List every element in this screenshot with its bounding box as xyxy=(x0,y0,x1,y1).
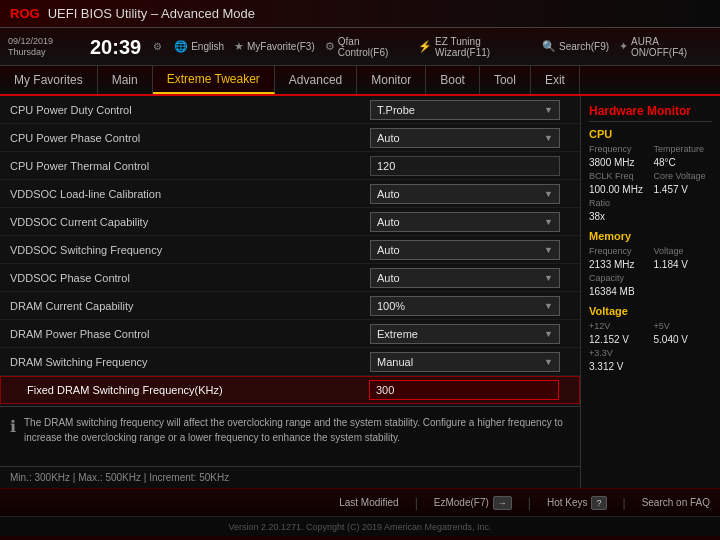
cpu-corevolt-label: Core Voltage xyxy=(654,171,713,181)
topbar: 09/12/2019 Thursday 20:39 ⚙ 🌐 English ★ … xyxy=(0,28,720,66)
dropdown-cpu-duty[interactable]: T.Probe ▼ xyxy=(370,100,560,120)
qfan-button[interactable]: ⚙ Qfan Control(F6) xyxy=(325,36,408,58)
cpu-ratio-value: 38x xyxy=(589,211,648,222)
qfan-label: Qfan Control(F6) xyxy=(338,36,408,58)
input-fixed-dram-freq[interactable]: 300 xyxy=(369,380,559,400)
chevron-down-icon: ▼ xyxy=(544,245,553,255)
setting-vddsoc-phase: VDDSOC Phase Control Auto ▼ xyxy=(0,264,580,292)
input-cpu-thermal[interactable]: 120 xyxy=(370,156,560,176)
chevron-down-icon: ▼ xyxy=(544,273,553,283)
chevron-down-icon: ▼ xyxy=(544,217,553,227)
navbar: My Favorites Main Extreme Tweaker Advanc… xyxy=(0,66,720,96)
memory-grid: Frequency Voltage 2133 MHz 1.184 V Capac… xyxy=(589,246,712,297)
chevron-down-icon: ▼ xyxy=(544,301,553,311)
ezmode-label: EzMode(F7) xyxy=(434,497,489,508)
setting-value-dram-current: 100% ▼ xyxy=(370,296,570,316)
nav-exit[interactable]: Exit xyxy=(531,66,580,94)
setting-label-fixed-dram-freq: Fixed DRAM Switching Frequency(KHz) xyxy=(11,384,369,396)
titlebar-title: UEFI BIOS Utility – Advanced Mode xyxy=(48,6,255,21)
nav-advanced[interactable]: Advanced xyxy=(275,66,357,94)
dropdown-vddsoc-current[interactable]: Auto ▼ xyxy=(370,212,560,232)
dropdown-vddsoc-llc[interactable]: Auto ▼ xyxy=(370,184,560,204)
language-label: English xyxy=(191,41,224,52)
ezmode-button[interactable]: EzMode(F7) → xyxy=(434,496,512,510)
datetime: 09/12/2019 Thursday xyxy=(8,36,78,58)
setting-label-cpu-phase: CPU Power Phase Control xyxy=(10,132,370,144)
dropdown-dram-switching[interactable]: Manual ▼ xyxy=(370,352,560,372)
nav-main[interactable]: Main xyxy=(98,66,153,94)
day-display: Thursday xyxy=(8,47,78,58)
info-text: The DRAM switching frequency will affect… xyxy=(24,415,570,458)
setting-label-vddsoc-phase: VDDSOC Phase Control xyxy=(10,272,370,284)
dropdown-dram-phase-value: Extreme xyxy=(377,328,418,340)
mem-cap-label: Capacity xyxy=(589,273,648,283)
cpu-bclk-value: 100.00 MHz xyxy=(589,184,648,195)
dropdown-dram-current[interactable]: 100% ▼ xyxy=(370,296,560,316)
dropdown-dram-phase[interactable]: Extreme ▼ xyxy=(370,324,560,344)
memory-section: Memory Frequency Voltage 2133 MHz 1.184 … xyxy=(589,230,712,297)
aura-button[interactable]: ✦ AURA ON/OFF(F4) xyxy=(619,36,712,58)
nav-boot[interactable]: Boot xyxy=(426,66,480,94)
memory-section-title: Memory xyxy=(589,230,712,242)
last-modified-button[interactable]: Last Modified xyxy=(339,497,398,508)
mem-volt-label: Voltage xyxy=(654,246,713,256)
setting-value-cpu-phase: Auto ▼ xyxy=(370,128,570,148)
setting-label-cpu-duty: CPU Power Duty Control xyxy=(10,104,370,116)
nav-tool[interactable]: Tool xyxy=(480,66,531,94)
cpu-freq-value: 3800 MHz xyxy=(589,157,648,168)
dropdown-vddsoc-freq[interactable]: Auto ▼ xyxy=(370,240,560,260)
aura-label: AURA ON/OFF(F4) xyxy=(631,36,712,58)
search-label: Search(F9) xyxy=(559,41,609,52)
hotkeys-label: Hot Keys xyxy=(547,497,588,508)
mem-cap-value: 16384 MB xyxy=(589,286,648,297)
search-icon: 🔍 xyxy=(542,40,556,53)
mem-volt-value: 1.184 V xyxy=(654,259,713,270)
range-text: Min.: 300KHz | Max.: 500KHz | Increment:… xyxy=(10,472,229,483)
cpu-temp-label: Temperature xyxy=(654,144,713,154)
setting-value-fixed-dram-freq: 300 xyxy=(369,380,569,400)
setting-fixed-dram-freq: Fixed DRAM Switching Frequency(KHz) 300 xyxy=(0,376,580,404)
nav-monitor[interactable]: Monitor xyxy=(357,66,426,94)
cpu-grid: Frequency Temperature 3800 MHz 48°C BCLK… xyxy=(589,144,712,222)
nav-favorites[interactable]: My Favorites xyxy=(0,66,98,94)
language-selector[interactable]: 🌐 English xyxy=(174,40,224,53)
nav-extreme-tweaker[interactable]: Extreme Tweaker xyxy=(153,66,275,94)
myfavorite-button[interactable]: ★ MyFavorite(F3) xyxy=(234,40,315,53)
voltage-grid: +12V +5V 12.152 V 5.040 V +3.3V 3.312 V xyxy=(589,321,712,372)
separator-3: | xyxy=(623,496,626,510)
setting-value-vddsoc-phase: Auto ▼ xyxy=(370,268,570,288)
voltage-section: Voltage +12V +5V 12.152 V 5.040 V +3.3V … xyxy=(589,305,712,372)
setting-label-cpu-thermal: CPU Power Thermal Control xyxy=(10,160,370,172)
hotkeys-button[interactable]: Hot Keys ? xyxy=(547,496,607,510)
v12-label: +12V xyxy=(589,321,648,331)
search-faq-button[interactable]: Search on FAQ xyxy=(642,497,710,508)
setting-label-dram-switching: DRAM Switching Frequency xyxy=(10,356,370,368)
setting-value-cpu-thermal: 120 xyxy=(370,156,570,176)
rog-logo: ROG xyxy=(10,6,40,21)
chevron-down-icon: ▼ xyxy=(544,189,553,199)
setting-label-dram-phase: DRAM Power Phase Control xyxy=(10,328,370,340)
search-button[interactable]: 🔍 Search(F9) xyxy=(542,40,609,53)
setting-label-vddsoc-llc: VDDSOC Load-line Calibration xyxy=(10,188,370,200)
topbar-items: 🌐 English ★ MyFavorite(F3) ⚙ Qfan Contro… xyxy=(174,36,712,58)
setting-value-dram-switching: Manual ▼ xyxy=(370,352,570,372)
setting-cpu-duty: CPU Power Duty Control T.Probe ▼ xyxy=(0,96,580,124)
setting-vddsoc-current: VDDSOC Current Capability Auto ▼ xyxy=(0,208,580,236)
ezmode-key: → xyxy=(493,496,512,510)
statusbar: Last Modified | EzMode(F7) → | Hot Keys … xyxy=(0,488,720,516)
dropdown-cpu-phase[interactable]: Auto ▼ xyxy=(370,128,560,148)
fan-icon: ⚙ xyxy=(325,40,335,53)
v5-label: +5V xyxy=(654,321,713,331)
dropdown-vddsoc-phase[interactable]: Auto ▼ xyxy=(370,268,560,288)
aura-icon: ✦ xyxy=(619,40,628,53)
setting-vddsoc-llc: VDDSOC Load-line Calibration Auto ▼ xyxy=(0,180,580,208)
ez-tuning-button[interactable]: ⚡ EZ Tuning Wizard(F11) xyxy=(418,36,532,58)
v33-value: 3.312 V xyxy=(589,361,648,372)
cpu-corevolt-value: 1.457 V xyxy=(654,184,713,195)
v5-value: 5.040 V xyxy=(654,334,713,345)
language-icon: 🌐 xyxy=(174,40,188,53)
mem-freq-value: 2133 MHz xyxy=(589,259,648,270)
v12-value: 12.152 V xyxy=(589,334,648,345)
settings-icon[interactable]: ⚙ xyxy=(153,41,162,52)
dropdown-vddsoc-llc-value: Auto xyxy=(377,188,400,200)
